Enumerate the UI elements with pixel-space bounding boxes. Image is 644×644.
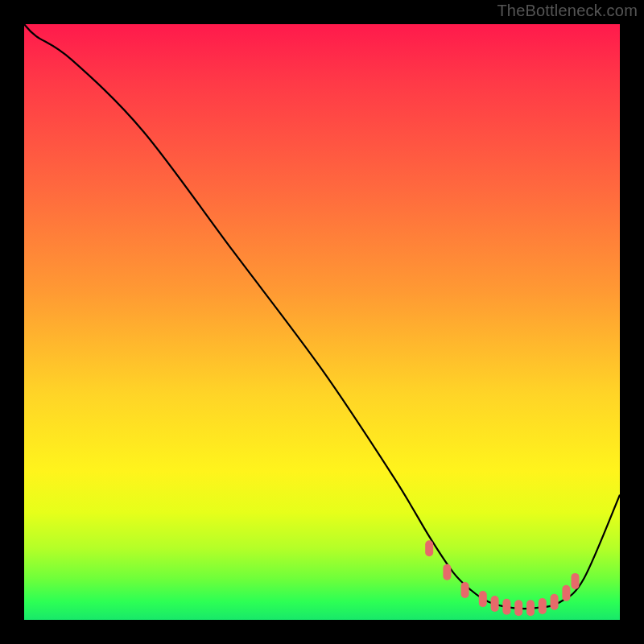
chart-svg [24,24,620,620]
optimal-marker [491,596,499,612]
optimal-marker [572,573,580,589]
chart-frame: TheBottleneck.com [0,0,644,644]
plot-area [24,24,620,620]
optimal-marker [502,599,510,615]
optimal-marker [461,582,469,598]
optimal-marker [551,594,559,610]
optimal-zone-markers [425,540,579,616]
optimal-marker [514,600,522,616]
optimal-marker [443,564,451,580]
optimal-marker [526,600,535,616]
optimal-marker [479,591,487,607]
optimal-marker [562,585,570,601]
bottleneck-curve-path [24,24,620,609]
optimal-marker [539,598,547,614]
optimal-marker [425,540,433,556]
watermark-text: TheBottleneck.com [497,2,638,20]
